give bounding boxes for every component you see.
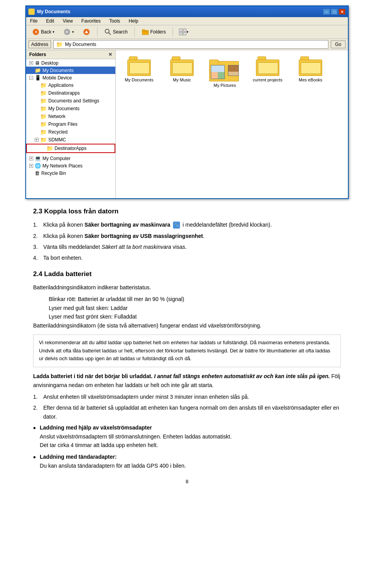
menu-favorites[interactable]: Favorites xyxy=(80,18,102,24)
folders-panel-header: Folders ✕ xyxy=(26,50,115,59)
up-button[interactable] xyxy=(79,26,94,37)
tree-label-my-computer: My Computer xyxy=(42,156,71,161)
expand-mobile[interactable]: − xyxy=(29,76,33,80)
tree-item-destinatorapps2[interactable]: 📁 DestinatorApps xyxy=(26,144,115,153)
folders-label: Folders xyxy=(150,29,166,35)
forward-button[interactable]: ▾ xyxy=(60,26,78,37)
minimize-button[interactable]: ─ xyxy=(323,9,330,15)
close-button[interactable]: ✕ xyxy=(339,9,346,15)
menu-view[interactable]: View xyxy=(61,18,74,24)
forward-icon xyxy=(63,28,71,36)
back-icon xyxy=(32,28,40,36)
address-label: Address xyxy=(28,40,51,48)
bullet-1-dot: • xyxy=(33,423,36,433)
explorer-window: My Documents ─ □ ✕ File Edit View Favori… xyxy=(25,5,349,199)
menu-file[interactable]: File xyxy=(28,18,39,24)
tree-label-sdmmc: SDMMC xyxy=(48,137,66,143)
tree-item-program-files[interactable]: 📁 Program Files xyxy=(26,120,115,128)
search-label: Search xyxy=(113,29,128,35)
address-value: My Documents xyxy=(65,42,96,47)
step-3: 3. Vänta tills meddelandet Säkert att ta… xyxy=(33,243,341,251)
expand-desktop[interactable]: + xyxy=(29,61,33,65)
title-controls: ─ □ ✕ xyxy=(323,9,346,15)
tree-item-my-network-places[interactable]: + 🌐 My Network Places xyxy=(26,162,115,169)
bullet-1-text2: Det tar cirka 4 timmar att ladda upp enh… xyxy=(40,441,232,449)
bullet-2-dot: • xyxy=(33,452,36,462)
destinatorapps2-icon: 📁 xyxy=(46,145,53,151)
folder-icon-my-music xyxy=(170,56,194,76)
step-1-text: Klicka på ikonen Säker borttagning av ma… xyxy=(43,220,272,229)
svg-point-6 xyxy=(105,29,109,33)
menu-help[interactable]: Help xyxy=(127,18,140,24)
tree-label-my-network: My Network Places xyxy=(42,163,83,169)
bullet-2: • Laddning med tändaradapter: Du kan ans… xyxy=(33,452,341,470)
file-label-my-pictures: My Pictures xyxy=(213,83,236,88)
battery-intro: Batteriladdningsindikatorn indikerar bat… xyxy=(33,283,341,292)
step2-1-num: 1. xyxy=(33,393,40,401)
tree-label-mobile-device: Mobile Device xyxy=(42,75,72,81)
tree-item-my-documents-sub[interactable]: 📁 My Documents xyxy=(26,105,115,113)
back-dropdown-icon[interactable]: ▾ xyxy=(53,30,55,34)
tree-label-recycled: Recycled xyxy=(48,129,67,135)
svg-rect-11 xyxy=(179,29,182,32)
maximize-button[interactable]: □ xyxy=(331,9,338,15)
step-2-num: 2. xyxy=(33,232,40,240)
tree-item-docs-and-settings[interactable]: 📁 Documents and Settings xyxy=(26,97,115,105)
svg-rect-9 xyxy=(142,30,145,31)
sdmmc-icon: 📁 xyxy=(40,137,47,143)
step-1: 1. Klicka på ikonen Säker borttagning av… xyxy=(33,220,341,229)
tree-item-destinatorapps[interactable]: 📁 Destinatorapps xyxy=(26,89,115,97)
forward-dropdown-icon[interactable]: ▾ xyxy=(72,30,74,34)
tree-item-network[interactable]: 📁 Network xyxy=(26,113,115,120)
step-3-text: Vänta tills meddelandet Säkert att ta bo… xyxy=(43,243,187,251)
bullet-2-content: Laddning med tändaradapter: Du kan anslu… xyxy=(40,452,186,470)
main-area: Folders ✕ + 🖥 Desktop 📁 My Documents − 📱… xyxy=(26,50,348,198)
toolbar-separator-1 xyxy=(97,27,97,37)
tree-item-applications[interactable]: 📁 Applications xyxy=(26,81,115,89)
svg-rect-14 xyxy=(183,32,186,35)
file-item-my-music[interactable]: My Music xyxy=(162,54,201,90)
go-button[interactable]: Go xyxy=(331,40,346,48)
folders-button[interactable]: Folders xyxy=(138,26,169,37)
step-1-num: 1. xyxy=(33,220,40,229)
view-button[interactable]: ▾ xyxy=(176,26,191,37)
menu-tools[interactable]: Tools xyxy=(108,18,122,24)
expand-my-computer[interactable]: + xyxy=(29,157,33,160)
file-item-current-projects[interactable]: current projects xyxy=(248,54,287,90)
tree-item-recycle-bin[interactable]: 🗑 Recycle Bin xyxy=(26,169,115,177)
folders-icon xyxy=(141,28,149,36)
tree-item-recycled[interactable]: 📁 Recycled xyxy=(26,128,115,136)
menu-edit[interactable]: Edit xyxy=(44,18,56,24)
tree-label-applications: Applications xyxy=(48,83,74,88)
tree-label-network: Network xyxy=(48,114,65,119)
back-button[interactable]: Back ▾ xyxy=(28,26,58,37)
folder-icon-my-pictures xyxy=(209,56,240,81)
view-icon xyxy=(179,28,187,36)
file-item-my-pictures[interactable]: My Pictures xyxy=(205,54,244,90)
tree-item-mobile-device[interactable]: − 📱 Mobile Device xyxy=(26,74,115,81)
folders-panel: Folders ✕ + 🖥 Desktop 📁 My Documents − 📱… xyxy=(26,50,116,198)
file-label-mes-ebooks: Mes eBooks xyxy=(299,77,323,82)
info-box: Vi rekommenderar att du alltid laddar up… xyxy=(33,334,341,367)
my-documents-sub-icon: 📁 xyxy=(40,106,47,112)
bullet-2-text: Du kan ansluta tändaradaptern för att la… xyxy=(40,461,186,470)
section-24-heading: 2.4 Ladda batteriet xyxy=(33,269,341,279)
tree-item-sdmmc[interactable]: + 📁 SDMMC xyxy=(26,136,115,144)
toolbar: Back ▾ ▾ xyxy=(26,25,348,39)
file-item-mes-ebooks[interactable]: Mes eBooks xyxy=(291,54,330,90)
file-item-my-documents[interactable]: My Documents xyxy=(120,54,159,90)
search-button[interactable]: Search xyxy=(101,26,131,37)
tree-item-my-documents[interactable]: 📁 My Documents xyxy=(26,67,115,74)
step-4: 4. Ta bort enheten. xyxy=(33,254,341,262)
my-documents-icon: 📁 xyxy=(35,67,41,73)
expand-my-network[interactable]: + xyxy=(29,164,33,168)
folders-panel-close[interactable]: ✕ xyxy=(108,52,112,57)
tree-item-my-computer[interactable]: + 💻 My Computer xyxy=(26,155,115,162)
svg-line-7 xyxy=(109,33,111,35)
title-bar-left: My Documents xyxy=(28,9,70,15)
tree-item-desktop[interactable]: + 🖥 Desktop xyxy=(26,59,115,67)
step-4-num: 4. xyxy=(33,254,40,262)
view-dropdown-icon[interactable]: ▾ xyxy=(187,30,189,34)
expand-sdmmc[interactable]: + xyxy=(35,138,39,142)
address-input[interactable]: 📁 My Documents xyxy=(53,40,328,49)
